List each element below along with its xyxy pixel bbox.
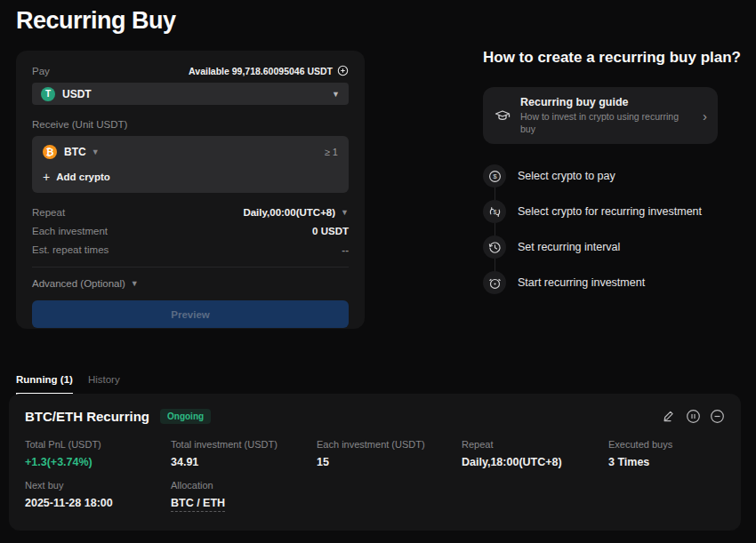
repeat-select[interactable]: Daily,00:00(UTC+8) ▼	[243, 207, 349, 218]
page-title: Recurring Buy	[16, 7, 176, 35]
repeat-label: Repeat	[32, 207, 65, 218]
guide-title: Recurring buy guide	[520, 96, 694, 108]
tab-history[interactable]: History	[88, 374, 120, 395]
stat-executed-buys: Executed buys 3 Times	[608, 439, 725, 468]
divider	[32, 267, 349, 268]
stat-repeat: Repeat Daily,18:00(UTC+8)	[462, 439, 608, 468]
preview-button[interactable]: Preview	[32, 300, 349, 328]
guide-subtitle: How to invest in crypto using recurring …	[520, 111, 679, 135]
total-pnl-value: +1.3(+3.74%)	[25, 456, 171, 468]
step-label: Set recurring interval	[518, 241, 620, 253]
recurring-buy-form: Pay Available 99,718.60095046 USDT T USD…	[16, 51, 365, 329]
add-crypto-button[interactable]: + Add crypto	[43, 171, 338, 183]
stat-each-investment: Each investment (USDT) 15	[317, 439, 462, 468]
step-set-interval: Set recurring interval	[483, 229, 741, 265]
each-investment-label: Each investment	[32, 226, 108, 236]
tab-running[interactable]: Running (1)	[16, 374, 73, 395]
est-repeat-value: --	[342, 244, 349, 255]
pay-label: Pay	[32, 66, 50, 76]
pay-asset-select[interactable]: T USDT ▼	[32, 83, 349, 105]
bitcoin-icon: ₿	[43, 145, 57, 159]
howto-steps: $ Select crypto to pay $ Select crypto f…	[483, 158, 741, 300]
chevron-down-icon: ▼	[131, 279, 139, 288]
recurring-buy-guide-card[interactable]: Recurring buy guide How to invest in cry…	[483, 87, 718, 144]
recurring-buy-page: Recurring Buy Pay Available 99,718.60095…	[0, 0, 756, 543]
chevron-right-icon: ›	[703, 109, 707, 123]
plus-icon: +	[43, 171, 50, 183]
svg-text:$: $	[493, 209, 496, 215]
edit-icon[interactable]	[661, 408, 677, 424]
howto-title: How to create a recurring buy plan?	[483, 49, 741, 67]
step-label: Select crypto for recurring investment	[518, 205, 702, 218]
recurring-dollar-icon: $	[483, 200, 506, 223]
receive-asset-select[interactable]: ₿ BTC ▼	[43, 145, 100, 159]
chevron-down-icon: ▼	[341, 208, 349, 217]
step-label: Select crypto to pay	[518, 170, 615, 182]
advanced-toggle[interactable]: Advanced (Optional) ▼	[32, 278, 349, 289]
est-repeat-label: Est. repeat times	[32, 244, 109, 255]
running-plan-card: BTC/ETH Recurring Ongoing	[9, 394, 741, 531]
chevron-down-icon: ▼	[92, 148, 100, 156]
stat-allocation: Allocation BTC / ETH	[171, 480, 317, 512]
plan-title: BTC/ETH Recurring	[25, 409, 149, 424]
pay-asset-name: USDT	[62, 88, 92, 100]
pause-circle-icon[interactable]	[685, 408, 701, 424]
available-balance: Available 99,718.60095046 USDT	[189, 65, 349, 76]
allocation-value[interactable]: BTC / ETH	[171, 497, 225, 512]
step-start-investment: Start recurring investment	[483, 265, 741, 300]
advanced-label: Advanced (Optional)	[32, 278, 125, 289]
available-balance-text: Available 99,718.60095046 USDT	[189, 66, 333, 76]
svg-text:$: $	[493, 172, 497, 180]
stop-circle-icon[interactable]	[709, 408, 725, 424]
receive-label: Receive (Unit USDT)	[32, 119, 349, 130]
interval-clock-icon	[483, 236, 506, 259]
stat-total-investment: Total investment (USDT) 34.91	[171, 439, 317, 468]
stat-next-buy: Next buy 2025-11-28 18:00	[25, 480, 171, 512]
plan-stats: Total PnL (USDT) +1.3(+3.74%) Total inve…	[25, 439, 725, 512]
add-crypto-label: Add crypto	[56, 172, 110, 182]
stat-total-pnl: Total PnL (USDT) +1.3(+3.74%)	[25, 439, 171, 468]
chevron-down-icon: ▼	[332, 90, 340, 99]
graduation-cap-icon	[494, 107, 511, 124]
step-select-crypto-to-pay: $ Select crypto to pay	[483, 158, 741, 194]
step-select-crypto-for-investment: $ Select crypto for recurring investment	[483, 194, 741, 229]
plus-circle-icon[interactable]	[337, 65, 349, 76]
dollar-circle-icon: $	[483, 164, 506, 188]
tether-icon: T	[41, 87, 55, 101]
status-badge: Ongoing	[160, 409, 211, 424]
receive-box: ₿ BTC ▼ ≥ 1 + Add crypto	[32, 136, 349, 193]
plan-actions	[661, 408, 725, 424]
howto-panel: How to create a recurring buy plan? Recu…	[483, 49, 741, 300]
alarm-clock-icon	[483, 271, 506, 294]
step-label: Start recurring investment	[518, 276, 645, 289]
receive-asset-name: BTC	[64, 146, 86, 158]
guide-texts: Recurring buy guide How to invest in cry…	[520, 96, 694, 135]
plans-tabs: Running (1) History	[16, 374, 120, 395]
repeat-value: Daily,00:00(UTC+8)	[243, 207, 335, 218]
receive-min-value: ≥ 1	[325, 147, 338, 157]
each-investment-value: 0 USDT	[312, 226, 349, 236]
